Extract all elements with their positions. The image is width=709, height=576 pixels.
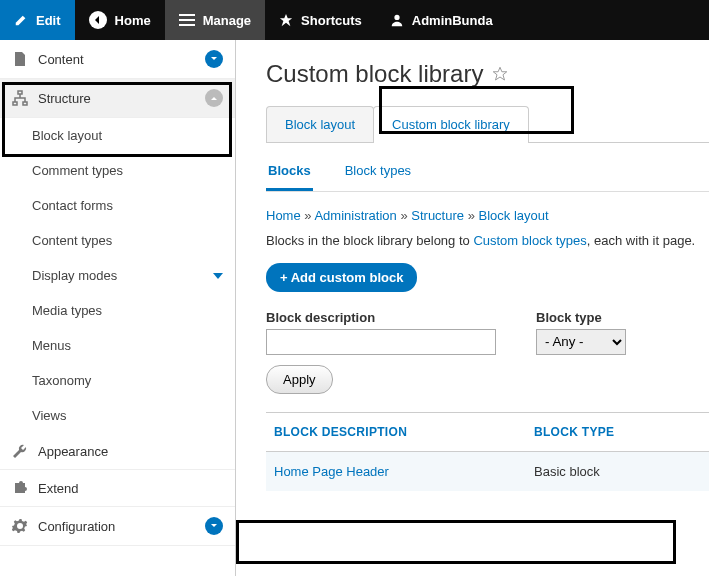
puzzle-icon [12,480,28,496]
subtab-label: Blocks [268,163,311,178]
sitemap-icon [12,90,28,106]
home-button[interactable]: Home [75,0,165,40]
manage-label: Manage [203,13,251,28]
filter-type: Block type - Any - [536,310,626,355]
manage-button[interactable]: Manage [165,0,265,40]
chevron-down-icon [213,273,223,279]
primary-tabs: Block layout Custom block library [266,106,709,143]
subtab-blocks[interactable]: Blocks [266,157,313,191]
annotation-box [236,520,676,564]
file-icon [12,51,28,67]
sidebar-label: Configuration [38,519,115,534]
add-custom-block-button[interactable]: + Add custom block [266,263,417,292]
sidebar-subitem-contact-forms[interactable]: Contact forms [0,188,235,223]
secondary-tabs: Blocks Block types [266,157,709,192]
admin-sidebar: Content Structure Block layoutComment ty… [0,40,236,576]
apply-button[interactable]: Apply [266,365,333,394]
th-type[interactable]: BLOCK TYPE [534,425,614,439]
desc-text: , each with it page. [587,233,695,248]
subtab-label: Block types [345,163,411,178]
sidebar-subitem-display-modes[interactable]: Display modes [0,258,235,293]
filter-label: Block type [536,310,626,325]
subtab-block-types[interactable]: Block types [343,157,413,191]
tab-label: Block layout [285,117,355,132]
table-row[interactable]: Home Page Header Basic block [266,452,709,491]
user-icon [390,13,404,27]
sidebar-label: Comment types [32,163,123,178]
star-outline-icon[interactable] [491,65,509,83]
sidebar-label: Extend [38,481,78,496]
sidebar-subitem-content-types[interactable]: Content types [0,223,235,258]
sidebar-subitem-comment-types[interactable]: Comment types [0,153,235,188]
sidebar-item-appearance[interactable]: Appearance [0,433,235,470]
sidebar-subitem-block-layout[interactable]: Block layout [0,118,235,153]
back-icon [89,11,107,29]
button-label: + Add custom block [280,270,403,285]
sidebar-label: Media types [32,303,102,318]
sidebar-subitem-media-types[interactable]: Media types [0,293,235,328]
crumb-admin[interactable]: Administration [314,208,396,223]
sidebar-subitem-taxonomy[interactable]: Taxonomy [0,363,235,398]
sidebar-label: Content types [32,233,112,248]
filter-label: Block description [266,310,496,325]
user-label: AdminBunda [412,13,493,28]
sidebar-subitem-views[interactable]: Views [0,398,235,433]
main-content: Custom block library Block layout Custom… [236,40,709,576]
crumb-home[interactable]: Home [266,208,301,223]
desc-link[interactable]: Custom block types [473,233,586,248]
user-button[interactable]: AdminBunda [376,0,507,40]
gear-icon [12,518,28,534]
sidebar-item-structure[interactable]: Structure [0,79,235,118]
block-type-select[interactable]: - Any - [536,329,626,355]
pencil-icon [14,13,28,27]
sidebar-label: Display modes [32,268,117,283]
wrench-icon [12,443,28,459]
sidebar-label: Taxonomy [32,373,91,388]
home-label: Home [115,13,151,28]
sidebar-label: Contact forms [32,198,113,213]
sidebar-label: Content [38,52,84,67]
block-description-input[interactable] [266,329,496,355]
tab-custom-block-library[interactable]: Custom block library [373,106,529,142]
shortcuts-label: Shortcuts [301,13,362,28]
star-icon [279,13,293,27]
sidebar-item-content[interactable]: Content [0,40,235,79]
cell-description[interactable]: Home Page Header [274,464,534,479]
desc-text: Blocks in the block library belong to [266,233,473,248]
sidebar-label: Menus [32,338,71,353]
chevron-down-icon [205,517,223,535]
page-title-text: Custom block library [266,60,483,88]
cell-type: Basic block [534,464,600,479]
sidebar-item-extend[interactable]: Extend [0,470,235,507]
sidebar-label: Block layout [32,128,102,143]
tab-block-layout[interactable]: Block layout [266,106,374,142]
page-description: Blocks in the block library belong to Cu… [266,231,709,251]
tab-label: Custom block library [392,117,510,132]
th-description[interactable]: BLOCK DESCRIPTION [274,425,534,439]
hamburger-icon [179,14,195,26]
sidebar-label: Views [32,408,66,423]
page-title: Custom block library [266,60,709,88]
sidebar-label: Appearance [38,444,108,459]
chevron-down-icon [205,50,223,68]
chevron-up-icon [205,89,223,107]
shortcuts-button[interactable]: Shortcuts [265,0,376,40]
button-label: Apply [283,372,316,387]
sidebar-label: Structure [38,91,91,106]
sidebar-subitem-menus[interactable]: Menus [0,328,235,363]
breadcrumb: Home » Administration » Structure » Bloc… [266,208,709,223]
edit-label: Edit [36,13,61,28]
edit-button[interactable]: Edit [0,0,75,40]
crumb-block-layout[interactable]: Block layout [479,208,549,223]
table-header: BLOCK DESCRIPTION BLOCK TYPE [266,413,709,452]
crumb-structure[interactable]: Structure [411,208,464,223]
filter-form: Block description Block type - Any - [266,310,709,355]
filter-description: Block description [266,310,496,355]
admin-toolbar: Edit Home Manage Shortcuts AdminBunda [0,0,709,40]
sidebar-item-configuration[interactable]: Configuration [0,507,235,546]
blocks-table: BLOCK DESCRIPTION BLOCK TYPE Home Page H… [266,412,709,491]
